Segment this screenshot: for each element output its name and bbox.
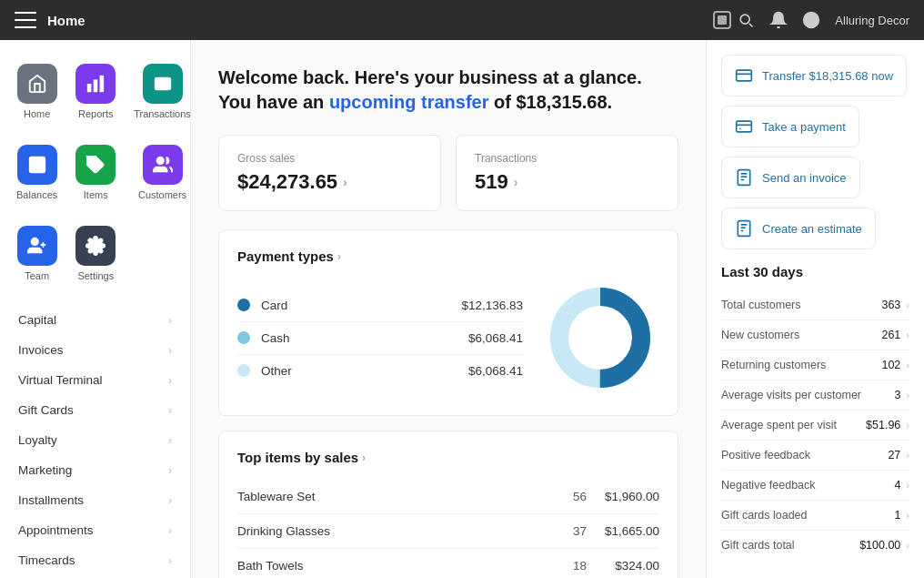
- sidebar-item-items[interactable]: Items: [70, 136, 121, 209]
- svg-rect-21: [737, 70, 752, 81]
- payment-item-cash: Cash $6,068.41: [237, 322, 523, 355]
- notifications-icon[interactable]: [769, 11, 788, 29]
- sidebar-item-reports[interactable]: Reports: [70, 55, 121, 128]
- metric-chevron: ›: [906, 360, 909, 370]
- account-name[interactable]: Alluring Decor: [835, 14, 909, 27]
- content-area: Welcome back. Here's your business at a …: [191, 40, 706, 578]
- sidebar-nav-marketing[interactable]: Marketing›: [0, 455, 190, 485]
- gross-sales-label: Gross sales: [237, 152, 422, 165]
- gross-sales-card[interactable]: Gross sales $24,273.65 ›: [218, 135, 441, 211]
- svg-rect-5: [88, 85, 91, 91]
- stats-row: Gross sales $24,273.65 › Transactions 51…: [218, 135, 678, 211]
- sidebar-item-transactions[interactable]: Transactions: [128, 55, 191, 128]
- top-items-card: Top items by sales › Tableware Set 56 $1…: [218, 431, 678, 578]
- sidebar-icons: Home Reports Transactions Balances: [0, 40, 190, 298]
- metric-chevron: ›: [906, 480, 909, 491]
- metric-gift-cards-total[interactable]: Gift cards total $100.00 ›: [721, 531, 909, 560]
- sidebar-nav: Capital› Invoices› Virtual Terminal› Gif…: [0, 298, 190, 578]
- take-payment-button[interactable]: Take a payment: [721, 106, 859, 147]
- donut-chart: [541, 279, 659, 397]
- right-panel: Transfer $18,315.68 now Take a payment S…: [706, 40, 924, 578]
- top-items-chevron: ›: [362, 451, 366, 464]
- metric-avg-spent[interactable]: Average spent per visit $51.96 ›: [721, 411, 909, 441]
- metric-total-customers[interactable]: Total customers 363 ›: [721, 290, 909, 320]
- sidebar-nav-invoices[interactable]: Invoices›: [0, 335, 190, 365]
- table-row: Bath Towels 18 $324.00: [237, 549, 659, 578]
- sidebar-nav-virtual-terminal[interactable]: Virtual Terminal›: [0, 365, 190, 395]
- metric-chevron: ›: [906, 450, 909, 461]
- svg-rect-8: [29, 157, 45, 173]
- sidebar-item-home[interactable]: Home: [11, 55, 63, 128]
- menu-button[interactable]: [15, 9, 36, 31]
- metric-chevron: ›: [906, 510, 909, 521]
- sidebar-nav-gift-cards[interactable]: Gift Cards›: [0, 395, 190, 425]
- metric-avg-visits[interactable]: Average visits per customer 3 ›: [721, 380, 909, 411]
- payment-item-card: Card $12,136.83: [237, 289, 523, 322]
- sidebar-item-team[interactable]: Team: [11, 217, 63, 290]
- transfer-button[interactable]: Transfer $18,315.68 now: [721, 55, 907, 96]
- welcome-line1: Welcome back. Here's your business at a …: [218, 67, 678, 88]
- help-icon[interactable]: [802, 11, 820, 29]
- transactions-card[interactable]: Transactions 519 ›: [456, 135, 678, 211]
- transactions-value: 519 ›: [475, 170, 659, 194]
- search-icon[interactable]: [737, 11, 755, 29]
- gross-sales-value: $24,273.65 ›: [237, 170, 422, 194]
- nav-title: Home: [47, 13, 708, 28]
- other-dot: [237, 364, 250, 377]
- svg-point-20: [573, 310, 628, 365]
- sidebar-nav-installments[interactable]: Installments›: [0, 485, 190, 515]
- transfer-link[interactable]: upcoming transfer: [329, 92, 489, 112]
- svg-point-13: [31, 238, 37, 245]
- svg-rect-23: [737, 121, 752, 132]
- transactions-chevron: ›: [514, 175, 518, 189]
- items-icon-label: Items: [84, 189, 108, 200]
- sidebar-nav-capital[interactable]: Capital›: [0, 305, 190, 335]
- metric-chevron: ›: [906, 540, 909, 551]
- cash-dot: [237, 331, 250, 344]
- main-layout: Home Reports Transactions Balances: [0, 40, 924, 578]
- customers-icon-label: Customers: [138, 189, 186, 200]
- sidebar: Home Reports Transactions Balances: [0, 40, 191, 578]
- metric-chevron: ›: [906, 420, 909, 431]
- table-row: Drinking Glasses 37 $1,665.00: [237, 514, 659, 549]
- last30-title: Last 30 days: [721, 264, 909, 279]
- svg-point-12: [156, 157, 163, 164]
- top-nav-right: Alluring Decor: [737, 11, 909, 29]
- create-estimate-button[interactable]: Create an estimate: [721, 208, 876, 249]
- metric-chevron: ›: [906, 299, 909, 310]
- svg-rect-3: [101, 76, 104, 92]
- welcome-line2: You have an upcoming transfer of $18,315…: [218, 92, 678, 113]
- svg-rect-1: [718, 15, 727, 25]
- transactions-label: Transactions: [475, 152, 659, 165]
- sidebar-nav-appointments[interactable]: Appointments›: [0, 515, 190, 545]
- settings-icon-label: Settings: [77, 270, 114, 281]
- transfer-pre: You have an: [218, 92, 329, 112]
- sidebar-item-balances[interactable]: Balances: [11, 136, 63, 209]
- metric-new-customers[interactable]: New customers 261 ›: [721, 320, 909, 350]
- home-icon-label: Home: [24, 108, 50, 119]
- send-invoice-button[interactable]: Send an invoice: [721, 157, 860, 198]
- sidebar-nav-timecards[interactable]: Timecards›: [0, 545, 190, 575]
- payment-item-other: Other $6,068.41: [237, 355, 523, 387]
- invoice-icon: [735, 168, 753, 187]
- top-items-title[interactable]: Top items by sales ›: [237, 450, 659, 465]
- sidebar-item-customers[interactable]: Customers: [128, 136, 191, 209]
- sidebar-item-settings[interactable]: Settings: [70, 217, 121, 290]
- team-icon-label: Team: [25, 270, 49, 281]
- payment-chevron: ›: [337, 250, 341, 263]
- metric-positive-feedback[interactable]: Positive feedback 27 ›: [721, 441, 909, 471]
- balances-icon-label: Balances: [16, 189, 57, 200]
- payment-icon: [735, 117, 753, 136]
- sidebar-nav-loyalty[interactable]: Loyalty›: [0, 425, 190, 455]
- transfer-icon: [735, 66, 753, 85]
- metric-negative-feedback[interactable]: Negative feedback 4 ›: [721, 471, 909, 501]
- table-row: Tableware Set 56 $1,960.00: [237, 480, 659, 514]
- payment-list: Card $12,136.83 Cash $6,068.41 Other $6,…: [237, 289, 523, 387]
- metric-gift-cards-loaded[interactable]: Gift cards loaded 1 ›: [721, 501, 909, 531]
- square-logo: [708, 5, 737, 35]
- metric-returning-customers[interactable]: Returning customers 102 ›: [721, 350, 909, 380]
- gross-sales-chevron: ›: [343, 175, 347, 189]
- metric-chevron: ›: [906, 330, 909, 340]
- payment-types-title[interactable]: Payment types ›: [237, 248, 659, 264]
- reports-icon-label: Reports: [78, 108, 114, 119]
